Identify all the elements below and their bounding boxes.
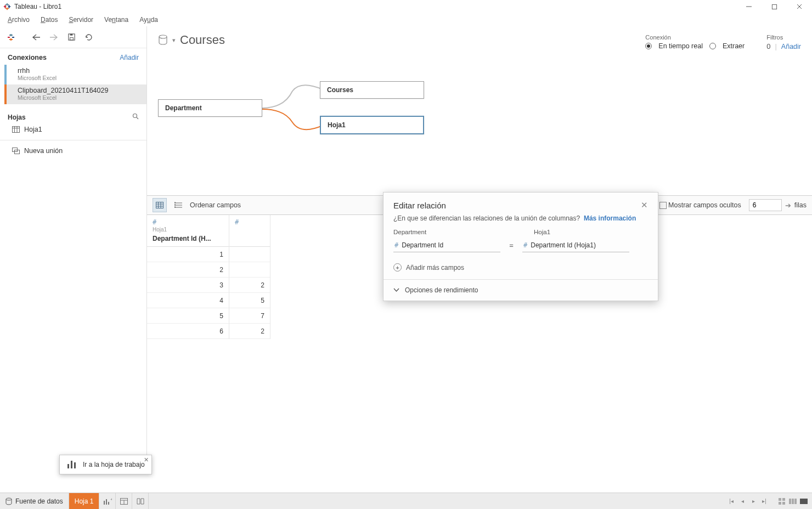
dialog-close-button[interactable]: ✕	[641, 200, 648, 210]
maximize-button[interactable]	[762, 0, 787, 13]
cell: 3	[147, 278, 229, 293]
forward-button[interactable]	[46, 30, 61, 45]
column-header[interactable]: # Hoja1 Department Id (H...	[147, 215, 229, 247]
add-connection-link[interactable]: Añadir	[120, 54, 139, 61]
right-table-label: Hoja1	[534, 229, 644, 235]
view-tabs-icon[interactable]	[799, 496, 809, 506]
svg-point-29	[159, 35, 167, 38]
datasource-icon	[5, 497, 12, 505]
connection-name: rrhh	[18, 67, 139, 75]
svg-rect-46	[106, 499, 107, 505]
dialog-question: ¿En que se diferencian las relaciones de…	[393, 214, 580, 222]
grid-view-button[interactable]	[153, 198, 167, 212]
new-story-button[interactable]	[132, 493, 149, 509]
cell: 4	[147, 293, 229, 308]
relationship-canvas[interactable]: Department Courses Hoja1	[147, 53, 812, 195]
bottom-bar: Fuente de datos Hoja 1 + |◂ ◂ ▸ ▸|	[0, 493, 812, 509]
conexiones-label: Conexiones	[8, 54, 47, 61]
cell: 2	[147, 262, 229, 278]
svg-rect-55	[782, 502, 785, 505]
tooltip-close-icon[interactable]: ✕	[144, 456, 149, 463]
nav-last-icon[interactable]: ▸|	[759, 496, 769, 506]
cell: 2	[229, 324, 270, 339]
svg-rect-56	[789, 499, 791, 504]
svg-rect-16	[8, 37, 10, 38]
radio-extract-label: Extraer	[723, 42, 745, 50]
search-sheets-icon[interactable]	[132, 113, 139, 121]
svg-rect-40	[174, 207, 176, 208]
column-header[interactable]: #	[229, 215, 270, 247]
bar-chart-icon	[66, 460, 77, 470]
connection-type: Microsoft Excel	[18, 94, 139, 101]
radio-live[interactable]	[645, 43, 652, 49]
add-more-fields-button[interactable]: + Añadir más campos	[384, 258, 658, 279]
cell	[229, 262, 270, 278]
menu-datos[interactable]: Datos	[36, 15, 62, 25]
view-filmstrip-icon[interactable]	[788, 496, 798, 506]
svg-rect-23	[13, 127, 20, 133]
table-department[interactable]: Department	[158, 99, 262, 117]
tableau-mini-icon[interactable]	[3, 30, 19, 45]
refresh-button[interactable]	[81, 30, 97, 45]
list-view-button[interactable]	[171, 198, 185, 212]
cell: 6	[147, 324, 229, 339]
svg-rect-5	[5, 5, 6, 8]
menu-ayuda[interactable]: Ayuda	[135, 15, 162, 25]
left-toolbar	[0, 26, 146, 48]
svg-rect-42	[71, 461, 72, 468]
filtros-add-link[interactable]: Añadir	[781, 43, 801, 50]
tableau-logo-icon	[3, 3, 11, 10]
new-union-item[interactable]: Nueva unión	[0, 145, 146, 157]
back-button[interactable]	[29, 30, 44, 45]
row-count-input[interactable]	[749, 199, 782, 211]
chevron-down-icon	[393, 288, 399, 292]
svg-point-21	[133, 114, 137, 118]
radio-extract[interactable]	[709, 43, 716, 49]
menu-ventana[interactable]: Ventana	[100, 15, 133, 25]
right-field-select[interactable]: #Department Id (Hoja1)	[522, 239, 629, 252]
connection-type: Microsoft Excel	[18, 75, 139, 81]
database-icon	[158, 35, 168, 46]
more-info-link[interactable]: Más información	[584, 214, 636, 222]
connection-clipboard[interactable]: Clipboard_20210411T164029 Microsoft Exce…	[4, 84, 146, 104]
svg-rect-20	[70, 34, 72, 36]
view-grid-icon[interactable]	[777, 496, 787, 506]
svg-line-22	[137, 117, 138, 119]
new-worksheet-button[interactable]: +	[99, 493, 116, 509]
table-hoja1[interactable]: Hoja1	[320, 116, 424, 134]
performance-options-toggle[interactable]: Opciones de rendimiento	[384, 279, 658, 301]
nav-first-icon[interactable]: |◂	[726, 496, 736, 506]
menu-archivo[interactable]: Archivo	[3, 15, 34, 25]
go-to-worksheet-tooltip: ✕ Ir a la hoja de trabajo	[59, 455, 152, 474]
nav-prev-icon[interactable]: ◂	[737, 496, 747, 506]
close-button[interactable]	[787, 0, 812, 13]
datasource-name[interactable]: Courses	[180, 33, 225, 47]
tooltip-text: Ir a la hoja de trabajo	[83, 461, 145, 468]
tab-data-source[interactable]: Fuente de datos	[0, 493, 69, 509]
save-button[interactable]	[64, 30, 79, 45]
new-dashboard-button[interactable]	[116, 493, 132, 509]
hojas-label: Hojas	[8, 114, 26, 121]
svg-rect-39	[174, 205, 176, 206]
svg-rect-9	[772, 4, 776, 9]
nav-next-icon[interactable]: ▸	[748, 496, 758, 506]
svg-rect-57	[792, 499, 794, 504]
operator-equals[interactable]: =	[507, 241, 516, 250]
sheet-hoja1[interactable]: Hoja1	[0, 123, 146, 135]
tab-hoja1[interactable]: Hoja 1	[69, 493, 100, 509]
window-title: Tableau - Libro1	[14, 3, 61, 10]
sort-fields-label[interactable]: Ordenar campos	[190, 201, 241, 209]
cell: 2	[229, 278, 270, 293]
svg-rect-52	[779, 498, 781, 501]
svg-rect-47	[108, 502, 109, 505]
minimize-button[interactable]	[736, 0, 762, 13]
svg-rect-45	[104, 501, 105, 505]
connection-rrhh[interactable]: rrhh Microsoft Excel	[4, 65, 146, 84]
union-icon	[12, 148, 20, 154]
left-field-select[interactable]: #Department Id	[393, 239, 500, 252]
menu-servidor[interactable]: Servidor	[64, 15, 98, 25]
table-courses[interactable]: Courses	[320, 81, 424, 99]
cell	[229, 247, 270, 262]
plus-icon: +	[393, 263, 402, 272]
show-hidden-checkbox[interactable]: Mostrar campos ocultos	[659, 201, 741, 209]
